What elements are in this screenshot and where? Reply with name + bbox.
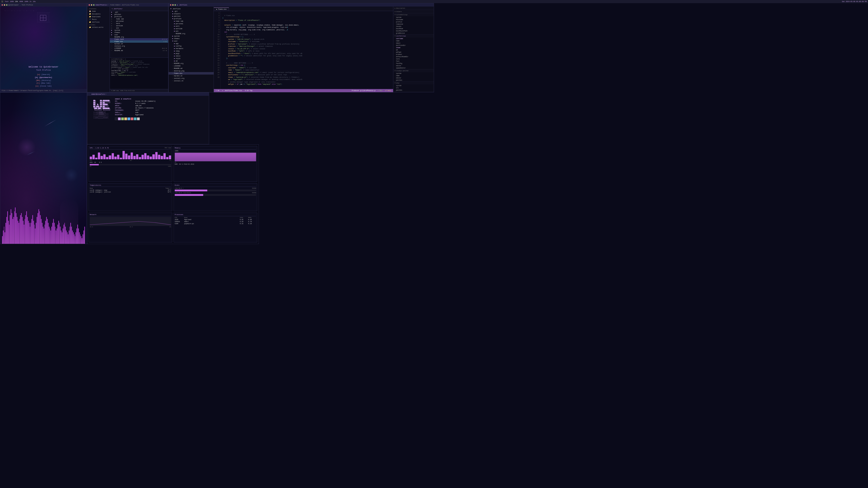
file-row-work[interactable]: ▷work [110,22,168,25]
rpanel-item-browser[interactable]: browser [393,53,434,56]
rpanel-item-theme[interactable]: theme [393,46,434,49]
tree-shell[interactable]: ▶ shell [168,55,214,57]
rpanel-item-bootmount[interactable]: bootMountPath [393,30,434,32]
rpanel-item-pkgs-system[interactable]: system [393,85,434,87]
file-row-readme[interactable]: ·README.org [110,36,168,38]
sidebar-item-documents[interactable]: 📁 Documents [87,13,110,15]
file-row-git[interactable]: ▶.git [110,11,168,13]
ranger-filelist[interactable]: ▶.git ▶patches ▶profiles ▷home lab ▷pers… [110,11,168,57]
tree-work[interactable]: ▶ work [168,25,214,27]
sidebar-item-music[interactable]: 🎵 Music [87,18,110,21]
min-dot[interactable] [91,4,92,6]
rpanel-item-editor[interactable]: editor [393,65,434,67]
sidebar-item-home[interactable]: 🏠 home [87,10,110,13]
file-row-user[interactable]: ▶user [110,34,168,36]
rpanel-header-usersettings[interactable]: ▼ userSettings [393,35,434,37]
qb-link-quickmarks[interactable]: [b] [Quickmarks] [4,76,83,79]
tree-homelab[interactable]: ▶ home lab [168,20,214,22]
rpanel-header-description[interactable]: ▶ description [393,6,434,10]
sidebar-item-dotfiles[interactable]: 📁 dotfiles [87,21,110,24]
file-row-wsl[interactable]: ▷wsl [110,27,168,29]
tree-app[interactable]: ▶ app [168,42,214,45]
tab-flakenix[interactable]: ● flake.nix [214,7,229,11]
tree-patches[interactable]: ▶ patches [168,15,214,18]
tree-themes[interactable]: ▶ themes [168,37,214,40]
file-row-flakenix[interactable]: ·flake.nix2.2k [110,40,168,43]
editor-filetree[interactable]: ▼ .dotfiles ▶ .git ◆ outputs ▶ patches ▼… [168,6,214,92]
rpanel-item-system[interactable]: system [393,16,434,19]
tree-profiles[interactable]: ▼ profiles [168,18,214,20]
rpanel-item-dotfilesdir[interactable]: dotfilesDir [393,44,434,46]
rpanel-item-grubdevice[interactable]: grubDevice [393,32,434,34]
tree-config[interactable]: ▶ config [168,45,214,47]
min-dot[interactable] [4,4,5,6]
tree-system[interactable]: ▶ system [168,35,214,37]
close-dot[interactable] [170,4,171,6]
tree-readmemd[interactable]: · README.md [168,67,214,70]
file-row-system[interactable]: ▶system [110,29,168,31]
tree-root[interactable]: ▼ .dotfiles [168,7,214,10]
rpanel-header-systemsettings[interactable]: ▼ systemSettings [393,13,434,16]
tree-readmeorg[interactable]: · README.org [168,62,214,65]
file-row-installorg[interactable]: ·install.org [110,45,168,47]
rpanel-header-outputs[interactable]: ◆ outputs [393,10,434,13]
close-dot[interactable] [2,4,3,6]
file-row-harden[interactable]: ·harden.sh [110,43,168,45]
file-row-patches[interactable]: ▶patches [110,13,168,15]
sidebar-item-downloads[interactable]: 📁 Downloads [87,15,110,18]
rpanel-item-spawneditor[interactable]: spawnEditor [393,67,434,69]
rpanel-item-np-patches[interactable]: patches [393,79,434,81]
file-row-worklab[interactable]: ▷worklab [110,25,168,27]
rpanel-item-name[interactable]: name [393,40,434,42]
tree-hardensh[interactable]: · harden.sh [168,74,214,77]
rpanel-item-np-editor[interactable]: editor [393,77,434,79]
rpanel-header-nixpkgs[interactable]: ▼ nixpkgs-patched [393,69,434,72]
rpanel-item-username[interactable]: username [393,37,434,40]
rpanel-item-wmtype[interactable]: wmType [393,51,434,53]
tree-outputs[interactable]: ◆ outputs [168,12,214,15]
rpanel-item-defaultroamdir[interactable]: defaultRoamDir [393,56,434,58]
tree-git[interactable]: ▶ .git [168,10,214,12]
file-row-themes[interactable]: ▶themes [110,31,168,34]
tree-worklab[interactable]: ▶ worklab [168,27,214,30]
tree-wsl[interactable]: ▶ wsl [168,30,214,32]
rpanel-item-locale[interactable]: locale [393,25,434,28]
qb-link-history[interactable]: [$h] [History] [4,79,83,82]
file-row-personal[interactable]: ▷personal [110,20,168,22]
file-row-profiles[interactable]: ▶profiles [110,15,168,18]
tree-installsh[interactable]: · install.sh [168,79,214,82]
file-row-flakelock[interactable]: ·flake.lock27.5 K [110,38,168,40]
tree-pkgs[interactable]: ▶ pkgs [168,52,214,55]
tree-flakenix[interactable]: · flake.nix [168,72,214,74]
rpanel-item-hostname[interactable]: hostname [393,19,434,21]
tree-personal[interactable]: ▶ personal [168,22,214,25]
tree-license[interactable]: · LICENSE [168,65,214,67]
rpanel-item-pkgs-patches[interactable]: patches [393,89,434,91]
tree-desktoppng[interactable]: · desktop.png [168,70,214,72]
tree-style[interactable]: ▶ style [168,57,214,60]
rpanel-item-pkgs-src[interactable]: src [393,87,434,89]
rpanel-item-email[interactable]: email [393,42,434,44]
max-dot[interactable] [93,4,94,6]
tree-hardware[interactable]: ▶ hardware [168,47,214,50]
qb-link-closetab[interactable]: [x] [Close tab] [4,85,83,88]
rpanel-item-np-system[interactable]: system [393,72,434,74]
tree-user[interactable]: ▼ user [168,40,214,42]
code-content[interactable]: # flake.nix { description = "Flake of Li… [221,11,393,89]
max-dot[interactable] [6,4,7,6]
rpanel-item-profile[interactable]: profile [393,21,434,23]
close-dot[interactable] [89,4,90,6]
tree-lang[interactable]: ▶ lang [168,50,214,52]
max-dot[interactable] [175,4,176,6]
rpanel-header-pkgs[interactable]: ▼ pkgs [393,82,434,85]
rpanel-item-fontpkg[interactable]: fontPkg [393,62,434,65]
file-row-homelab[interactable]: ▷home lab [110,18,168,20]
rpanel-item-np-name[interactable]: name [393,74,434,77]
rpanel-item-bootmode[interactable]: bootMode [393,28,434,30]
min-dot[interactable] [172,4,174,6]
file-row-license[interactable]: ·LICENSE34.2 K [110,47,168,50]
rpanel-item-font[interactable]: font [393,60,434,62]
qb-link-search[interactable]: [o] [Search] [4,73,83,76]
sidebar-item-octave[interactable]: 📁 octave-works [87,26,110,29]
file-row-readmemd[interactable]: ·README.md4.7 K [110,50,168,52]
